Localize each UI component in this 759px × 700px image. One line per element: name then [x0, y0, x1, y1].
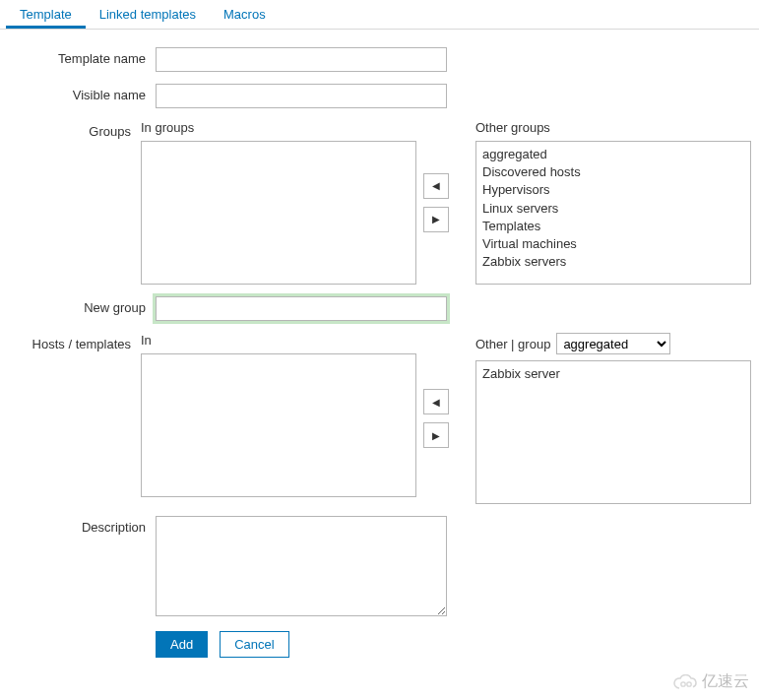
label-groups: Groups: [8, 120, 141, 139]
triangle-left-icon: ◀: [432, 180, 440, 191]
label-description: Description: [8, 516, 156, 535]
add-button[interactable]: Add: [156, 631, 208, 658]
list-item[interactable]: Discovered hosts: [482, 163, 744, 181]
list-item[interactable]: Templates: [482, 218, 744, 235]
move-right-groups-button[interactable]: ▶: [423, 207, 449, 232]
list-item[interactable]: Zabbix servers: [482, 253, 744, 271]
triangle-right-icon: ▶: [432, 430, 440, 441]
in-hosts-listbox[interactable]: [141, 353, 416, 497]
group-select[interactable]: aggregated: [556, 333, 670, 354]
list-item[interactable]: Linux servers: [482, 200, 744, 218]
label-visible-name: Visible name: [8, 84, 156, 102]
list-item[interactable]: Virtual machines: [482, 235, 744, 253]
tab-bar: Template Linked templates Macros: [0, 0, 759, 30]
tab-template[interactable]: Template: [6, 0, 86, 29]
template-form: Template name Visible name Groups In gro…: [0, 30, 759, 689]
list-item[interactable]: Hypervisors: [482, 181, 744, 199]
description-textarea[interactable]: [156, 516, 447, 616]
label-in-groups: In groups: [141, 120, 416, 135]
template-name-input[interactable]: [156, 47, 447, 72]
list-item[interactable]: aggregated: [482, 146, 744, 163]
new-group-input[interactable]: [156, 296, 447, 321]
move-left-groups-button[interactable]: ◀: [423, 173, 449, 199]
other-hosts-listbox[interactable]: Zabbix server: [475, 360, 751, 504]
label-other-groups: Other groups: [475, 120, 751, 135]
label-new-group: New group: [8, 296, 156, 315]
triangle-right-icon: ▶: [432, 214, 440, 224]
tab-macros[interactable]: Macros: [210, 0, 280, 29]
other-groups-listbox[interactable]: aggregatedDiscovered hostsHypervisorsLin…: [475, 141, 751, 285]
label-in-hosts: In: [141, 333, 416, 348]
label-template-name: Template name: [8, 47, 156, 66]
move-right-hosts-button[interactable]: ▶: [423, 422, 449, 448]
label-hosts-templates: Hosts / templates: [8, 333, 141, 351]
label-other-group-pipe: Other | group: [475, 337, 550, 351]
visible-name-input[interactable]: [156, 84, 447, 108]
triangle-left-icon: ◀: [432, 397, 440, 408]
tab-linked-templates[interactable]: Linked templates: [86, 0, 210, 29]
in-groups-listbox[interactable]: [141, 141, 416, 285]
move-left-hosts-button[interactable]: ◀: [423, 389, 449, 414]
list-item[interactable]: Zabbix server: [482, 365, 744, 383]
cancel-button[interactable]: Cancel: [220, 631, 288, 658]
